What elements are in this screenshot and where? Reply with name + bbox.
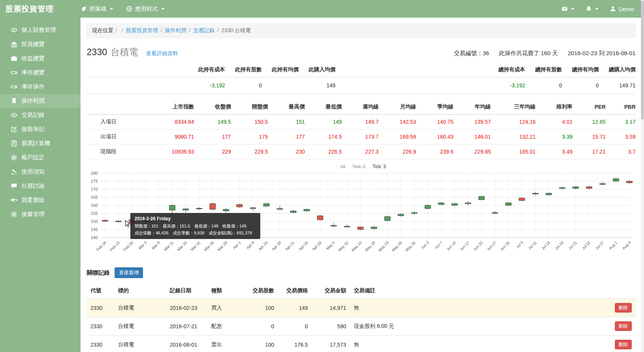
x-axis-label: Jul 19 bbox=[554, 240, 564, 250]
sidebar-item-gear[interactable]: 帳戶設定 bbox=[0, 151, 80, 165]
scrollbar-thumb[interactable] bbox=[641, 1, 644, 120]
table-row: 2330台積電2016-08-01賣出100176.517,573無刪除 bbox=[87, 336, 636, 352]
user-menu[interactable]: Demo bbox=[610, 6, 634, 12]
sidebar-item-label: 收益總覽 bbox=[21, 55, 44, 62]
sidebar-item-eye[interactable]: 交易記錄 bbox=[0, 108, 80, 122]
candle[interactable] bbox=[398, 214, 404, 216]
sidebar-item-hdd[interactable]: 庫存總覽 bbox=[0, 65, 80, 80]
sidebar-item-gear[interactable]: 後臺管理 bbox=[0, 207, 80, 221]
tooltip-value: 開盤價：151 bbox=[135, 224, 158, 228]
metrics-value: 149 bbox=[305, 115, 342, 129]
notifications-dropdown[interactable] bbox=[586, 6, 598, 12]
candle[interactable] bbox=[546, 193, 552, 195]
candle[interactable] bbox=[277, 208, 283, 209]
candle[interactable] bbox=[479, 196, 485, 200]
candle[interactable] bbox=[196, 208, 202, 209]
candle[interactable] bbox=[384, 216, 390, 221]
nav-menu-apps[interactable]: 應用程式 bbox=[126, 5, 164, 13]
view-detail-link[interactable]: 查看詳細資料 bbox=[146, 50, 178, 57]
breadcrumb-link[interactable]: 交易記錄 bbox=[193, 27, 215, 33]
candle[interactable] bbox=[317, 216, 323, 220]
main-content: 現在位置：/股票投資管理/操作利潤/交易記錄/2330 台積電 2330 台積電… bbox=[80, 18, 644, 352]
candle[interactable] bbox=[371, 227, 377, 229]
candle[interactable] bbox=[102, 220, 108, 221]
candle[interactable] bbox=[573, 187, 578, 188]
candle[interactable] bbox=[223, 210, 229, 211]
candle[interactable] bbox=[613, 179, 619, 181]
metrics-value: 3.39 bbox=[536, 129, 572, 144]
metrics-row: 入場日8334.64149.5150.5151149149.7142.53140… bbox=[87, 115, 636, 129]
candle[interactable] bbox=[237, 205, 242, 207]
sidebar-item-pencil[interactable]: 個股筆記 bbox=[0, 122, 80, 136]
candle[interactable] bbox=[210, 204, 215, 210]
candle[interactable] bbox=[438, 203, 444, 205]
candle[interactable] bbox=[331, 226, 337, 226]
legend-item[interactable]: Tick: 2 bbox=[352, 164, 366, 169]
page-title-row: 2330 台積電 查看詳細資料 交易編號：36 此操作共花費了 160 天 20… bbox=[87, 46, 636, 58]
candle[interactable] bbox=[304, 210, 310, 211]
breadcrumb-separator: / bbox=[161, 27, 162, 33]
candle[interactable] bbox=[506, 203, 511, 205]
metrics-value: 12.65 bbox=[573, 115, 606, 129]
candle[interactable] bbox=[519, 198, 525, 200]
candle[interactable] bbox=[492, 213, 498, 213]
metrics-section: 上市指數收盤價開盤價最高價最低價週均線月均線季均線年均線三年均線殖利率PERPB… bbox=[87, 100, 636, 159]
candle[interactable] bbox=[183, 209, 189, 210]
bell-icon bbox=[586, 6, 592, 12]
candle[interactable] bbox=[559, 188, 565, 188]
candle[interactable] bbox=[425, 205, 430, 208]
candle[interactable] bbox=[465, 203, 471, 204]
sidebar-item-calculator[interactable]: 股票計算機 bbox=[0, 136, 80, 151]
metrics-value: 140.75 bbox=[416, 115, 453, 129]
metrics-value: 8334.64 bbox=[148, 115, 194, 129]
sidebar-item-eye[interactable]: 個人財務管理 bbox=[0, 23, 80, 37]
legend-item[interactable]: All bbox=[340, 164, 345, 169]
person-icon bbox=[610, 6, 616, 12]
candle[interactable] bbox=[263, 204, 269, 206]
breadcrumb-link[interactable]: 操作利潤 bbox=[165, 27, 186, 33]
x-axis-label: Mar 11 bbox=[163, 240, 175, 252]
nav-menu-blog[interactable]: 部落格 bbox=[80, 5, 113, 13]
legend-item[interactable]: Tick: 3 bbox=[373, 164, 386, 169]
sidebar-item-bank[interactable]: 投資總覽 bbox=[0, 37, 80, 51]
candle[interactable] bbox=[411, 213, 417, 213]
candle[interactable] bbox=[532, 193, 538, 194]
candle[interactable] bbox=[358, 227, 363, 229]
x-axis-label: Jun 14 bbox=[445, 240, 457, 251]
scrollbar[interactable] bbox=[641, 0, 644, 352]
chevron-down-icon bbox=[595, 8, 598, 10]
candle[interactable] bbox=[586, 187, 592, 188]
candle[interactable] bbox=[452, 204, 458, 205]
y-axis-label: 140 bbox=[91, 235, 98, 240]
related-table: 代號標的記錄日期種類交易股數交易價格交易金額交易備註2330台積電2016-02… bbox=[87, 284, 636, 352]
candle[interactable] bbox=[600, 183, 605, 184]
candle[interactable] bbox=[169, 205, 175, 210]
metrics-header-row: 上市指數收盤價開盤價最高價最低價週均線月均線季均線年均線三年均線殖利率PERPB… bbox=[87, 100, 636, 115]
messages-dropdown[interactable] bbox=[562, 6, 574, 12]
candle[interactable] bbox=[291, 211, 296, 213]
metrics-value: 3.17 bbox=[606, 115, 636, 129]
delete-button[interactable]: 刪除 bbox=[615, 303, 632, 313]
sidebar-item-comment[interactable]: 社群討論 bbox=[0, 179, 80, 193]
metrics-row-label: 現階段 bbox=[87, 144, 148, 159]
delete-button[interactable]: 刪除 bbox=[615, 340, 632, 349]
sidebar-item-hdd[interactable]: 庫存操作 bbox=[0, 80, 80, 94]
sidebar-item-briefcase[interactable]: 收益總覽 bbox=[0, 51, 80, 65]
metrics-col-header: PER bbox=[573, 100, 606, 115]
delete-button[interactable]: 刪除 bbox=[615, 321, 632, 331]
candle[interactable] bbox=[116, 221, 122, 222]
sidebar-item-bookmark[interactable]: 操作利潤 bbox=[0, 94, 80, 108]
sidebar-item-handshake[interactable]: 我要贊助 bbox=[0, 193, 80, 207]
metrics-row: 現階段10936.93229229.5230228.5227.3226.9239… bbox=[87, 144, 636, 159]
sidebar-item-label: 個股筆記 bbox=[21, 126, 44, 133]
candle[interactable] bbox=[250, 208, 256, 208]
eye-icon bbox=[11, 112, 17, 118]
related-col-actions bbox=[609, 284, 636, 299]
breadcrumb-link[interactable]: 股票投資管理 bbox=[126, 27, 158, 33]
nav-menu-blog-label: 部落格 bbox=[89, 5, 107, 13]
sidebar-item-gavel[interactable]: 使用須知 bbox=[0, 165, 80, 179]
candle[interactable] bbox=[344, 226, 350, 227]
add-record-button[interactable]: 直接新增 bbox=[115, 267, 143, 278]
table-row: 2330台積電2016-07-21配息00590現金股利 6.00 元刪除 bbox=[87, 317, 636, 336]
candle[interactable] bbox=[627, 181, 632, 183]
